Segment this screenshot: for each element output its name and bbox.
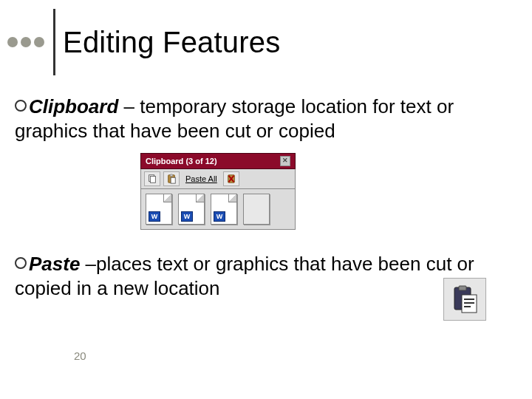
- slide-body: Clipboard – temporary storage location f…: [15, 95, 510, 307]
- dot-icon: [21, 37, 31, 47]
- clipboard-items: W W W: [140, 189, 296, 230]
- paste-all-button[interactable]: Paste All: [183, 174, 220, 183]
- clipboard-item[interactable]: W: [211, 194, 237, 225]
- desc-paste: –places text or graphics that have been …: [15, 253, 474, 299]
- copy-icon: [147, 174, 157, 184]
- word-badge-icon: W: [149, 211, 160, 222]
- word-badge-icon: W: [181, 211, 193, 222]
- copy-button[interactable]: [144, 171, 160, 186]
- clipboard-titlebar: Clipboard (3 of 12) ✕: [140, 153, 296, 169]
- clipboard-toolbar: Paste All: [140, 169, 296, 189]
- svg-rect-9: [459, 286, 466, 290]
- clipboard-panel: Clipboard (3 of 12) ✕ Paste All W W W: [140, 153, 296, 230]
- decorative-dots: [7, 37, 44, 47]
- clear-icon: [226, 174, 236, 184]
- paste-illustration: [443, 278, 486, 321]
- title-row: Editing Features: [7, 16, 525, 68]
- clipboard-paste-icon: [450, 284, 480, 314]
- slide-title: Editing Features: [63, 26, 280, 59]
- close-button[interactable]: ✕: [280, 156, 290, 166]
- dot-icon: [34, 37, 44, 47]
- page-number: 20: [74, 349, 86, 362]
- paste-icon: [166, 174, 177, 184]
- bullet-ring-icon: [15, 257, 27, 269]
- clipboard-item[interactable]: W: [178, 194, 205, 225]
- svg-rect-4: [171, 177, 175, 183]
- term-paste: Paste: [29, 253, 80, 275]
- bullet-text: Clipboard – temporary storage location f…: [15, 95, 510, 144]
- clipboard-title-text: Clipboard (3 of 12): [146, 157, 217, 166]
- dot-icon: [7, 37, 18, 47]
- word-badge-icon: W: [214, 211, 225, 222]
- bullet-item: Clipboard – temporary storage location f…: [15, 95, 510, 144]
- svg-rect-3: [170, 174, 173, 176]
- clipboard-item[interactable]: W: [146, 194, 172, 225]
- svg-rect-1: [150, 176, 155, 183]
- slide: Editing Features Clipboard – temporary s…: [0, 0, 532, 399]
- paste-button[interactable]: [163, 171, 180, 186]
- bullet-item: Paste –places text or graphics that have…: [15, 252, 510, 301]
- clear-clipboard-button[interactable]: [223, 171, 239, 186]
- bullet-ring-icon: [15, 100, 27, 112]
- bullet-text: Paste –places text or graphics that have…: [15, 252, 510, 301]
- term-clipboard: Clipboard: [29, 95, 118, 117]
- clipboard-item-empty: [243, 194, 270, 225]
- vertical-rule-icon: [53, 9, 55, 75]
